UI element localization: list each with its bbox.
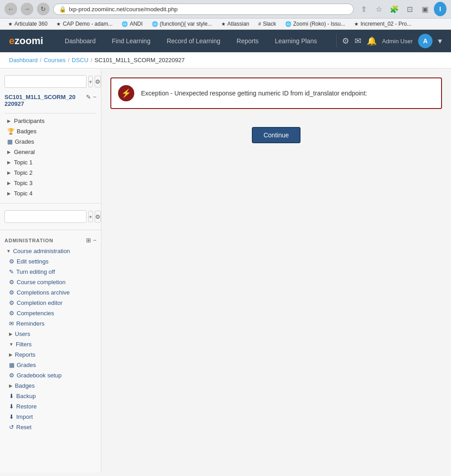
course-edit-icon[interactable]: ✎ <box>86 94 91 100</box>
sidebar-item-grades[interactable]: ▦ Grades <box>0 136 101 147</box>
admin-item-turn-editing-off[interactable]: ✎ Turn editing off <box>0 267 101 277</box>
mail-icon[interactable]: ✉ <box>355 36 361 46</box>
back-button[interactable]: ← <box>5 3 17 15</box>
sidebar-item-participants[interactable]: ▶ Participants <box>0 116 101 126</box>
nav-find-learning[interactable]: Find Learning <box>104 30 159 52</box>
star-button[interactable]: ☆ <box>373 3 385 15</box>
admin-item-label: Completions archive <box>17 289 70 296</box>
course-collapse-icon[interactable]: − <box>93 94 96 100</box>
admin-item-label: Gradebook setup <box>17 372 62 379</box>
profile-avatar: I <box>434 2 446 16</box>
forward-button[interactable]: → <box>21 3 33 15</box>
admin-item-reminders[interactable]: ✉ Reminders <box>0 318 101 329</box>
url-text: lxp-prod.zoomiinc.net/course/modedit.php <box>69 6 348 13</box>
admin-item-edit-settings[interactable]: ⚙ Edit settings <box>0 256 101 267</box>
admin-item-restore[interactable]: ⬇ Restore <box>0 401 101 412</box>
sidebar-search-input-2[interactable] <box>5 210 87 223</box>
extensions-button[interactable]: 🧩 <box>388 3 401 15</box>
gear-icon: ⚙ <box>9 258 14 265</box>
admin-item-label: Grades <box>17 362 36 368</box>
download-icon: ⬇ <box>9 403 14 410</box>
lightning-icon: ⚡ <box>121 88 131 98</box>
bookmark-cap[interactable]: ★ CAP Demo - adam... <box>53 20 116 28</box>
admin-item-backup[interactable]: ⬇ Backup <box>0 391 101 401</box>
admin-header: ADMINISTRATION ⊞ − <box>0 235 101 246</box>
settings-icon[interactable]: ⚙ <box>342 36 349 46</box>
breadcrumb-courses[interactable]: Courses <box>44 57 65 63</box>
url-bar[interactable]: 🔒 lxp-prod.zoomiinc.net/course/modedit.p… <box>53 4 354 15</box>
user-avatar[interactable]: A <box>418 34 433 48</box>
user-name[interactable]: Admin User <box>382 38 413 45</box>
arrow-icon: ▶ <box>7 181 11 186</box>
admin-item-completions-archive[interactable]: ⚙ Completions archive <box>0 287 101 298</box>
breadcrumb-current: SC101_M1L1_SCORM_20220927 <box>95 57 185 63</box>
admin-item-filters[interactable]: ▼ Filters <box>0 339 101 349</box>
user-menu-chevron[interactable]: ▾ <box>438 36 442 46</box>
nav-record-of-learning[interactable]: Record of Learning <box>159 30 228 52</box>
bell-icon[interactable]: 🔔 <box>367 36 377 46</box>
bookmark-zoomi[interactable]: 🌐 Zoomi (Roko) - Issu... <box>282 20 349 28</box>
sidebar-item-topic3[interactable]: ▶ Topic 3 <box>0 178 101 188</box>
admin-item-course-admin[interactable]: ▼ Course administration <box>0 246 101 256</box>
admin-item-import[interactable]: ⬇ Import <box>0 412 101 422</box>
admin-item-label: Course administration <box>13 248 70 254</box>
admin-item-label: Competencies <box>17 310 54 317</box>
bookmark-slack[interactable]: # Slack <box>255 20 279 28</box>
window-button[interactable]: ▣ <box>419 3 431 15</box>
bookmark-label: Atlassian <box>228 21 250 27</box>
breadcrumb-dscu[interactable]: DSCU <box>72 57 88 63</box>
arrow-down-icon: ▼ <box>9 342 14 347</box>
sidebar-gear-button-2[interactable]: ⚙ <box>95 211 101 222</box>
sidebar-item-topic1[interactable]: ▶ Topic 1 <box>0 157 101 168</box>
arrow-icon: ▶ <box>9 352 13 357</box>
admin-expand-icon[interactable]: ⊞ <box>86 237 91 244</box>
admin-item-course-completion[interactable]: ⚙ Course completion <box>0 277 101 287</box>
sidebar-item-general[interactable]: ▶ General <box>0 147 101 157</box>
sidebar-block-header-1: + ⚙ <box>0 73 101 90</box>
admin-item-label: Import <box>16 413 33 420</box>
logo[interactable]: e zoomi <box>9 35 43 47</box>
sidebar-add-button[interactable]: + <box>88 76 93 87</box>
sidebar-gear-button[interactable]: ⚙ <box>95 76 101 87</box>
admin-item-grades[interactable]: ▦ Grades <box>0 360 101 370</box>
admin-item-badges[interactable]: ▶ Badges <box>0 381 101 391</box>
arrow-icon: ▶ <box>9 383 13 388</box>
browser-actions: ⇧ ☆ 🧩 ⊡ ▣ I <box>357 3 446 15</box>
nav-links: Dashboard Find Learning Record of Learni… <box>57 30 336 52</box>
gear-icon: ⚙ <box>9 310 14 317</box>
admin-item-users[interactable]: ▶ Users <box>0 329 101 339</box>
sidebar-item-badges[interactable]: 🏆 Badges <box>0 126 101 136</box>
arrow-icon: ▶ <box>7 150 11 154</box>
bookmark-andi[interactable]: 🌐 ANDI <box>118 20 146 28</box>
breadcrumb-dashboard[interactable]: Dashboard <box>9 57 38 63</box>
reload-button[interactable]: ↻ <box>37 3 50 15</box>
admin-item-gradebook-setup[interactable]: ⚙ Gradebook setup <box>0 370 101 381</box>
bookmark-label: Slack <box>263 21 276 27</box>
bookmark-label: Increment_02 - Pro... <box>360 21 411 27</box>
profile-button[interactable]: I <box>434 3 446 15</box>
bookmark-increment[interactable]: ★ Increment_02 - Pro... <box>351 20 415 28</box>
course-title-text: SC101_M1L1_SCORM_20220927 <box>5 94 76 107</box>
admin-item-completion-editor[interactable]: ⚙ Completion editor <box>0 298 101 308</box>
nav-reports[interactable]: Reports <box>228 30 267 52</box>
bookmark-function[interactable]: 🌐 (function(){ var style... <box>148 20 216 28</box>
admin-collapse-icon[interactable]: − <box>93 237 96 244</box>
globe-icon: 🌐 <box>152 21 158 27</box>
continue-button[interactable]: Continue <box>252 127 301 143</box>
tab-search-button[interactable]: ⊡ <box>403 3 416 15</box>
bookmark-articulate[interactable]: ★ Articulate 360 <box>5 20 51 28</box>
sidebar-item-label: Topic 4 <box>14 190 32 197</box>
admin-item-competencies[interactable]: ⚙ Competencies <box>0 308 101 318</box>
admin-block: ADMINISTRATION ⊞ − ▼ Course administrati… <box>0 230 101 437</box>
bookmark-atlassian[interactable]: ★ Atlassian <box>218 20 253 28</box>
sidebar-search-input[interactable] <box>5 75 87 88</box>
nav-learning-plans[interactable]: Learning Plans <box>267 30 325 52</box>
gear-icon: ⚙ <box>9 299 14 306</box>
nav-dashboard[interactable]: Dashboard <box>57 30 104 52</box>
share-button[interactable]: ⇧ <box>357 3 370 15</box>
admin-item-reset[interactable]: ↺ Reset <box>0 422 101 432</box>
sidebar-add-button-2[interactable]: + <box>88 211 93 222</box>
admin-item-reports[interactable]: ▶ Reports <box>0 349 101 360</box>
sidebar-item-topic2[interactable]: ▶ Topic 2 <box>0 168 101 178</box>
sidebar-item-topic4[interactable]: ▶ Topic 4 <box>0 188 101 199</box>
